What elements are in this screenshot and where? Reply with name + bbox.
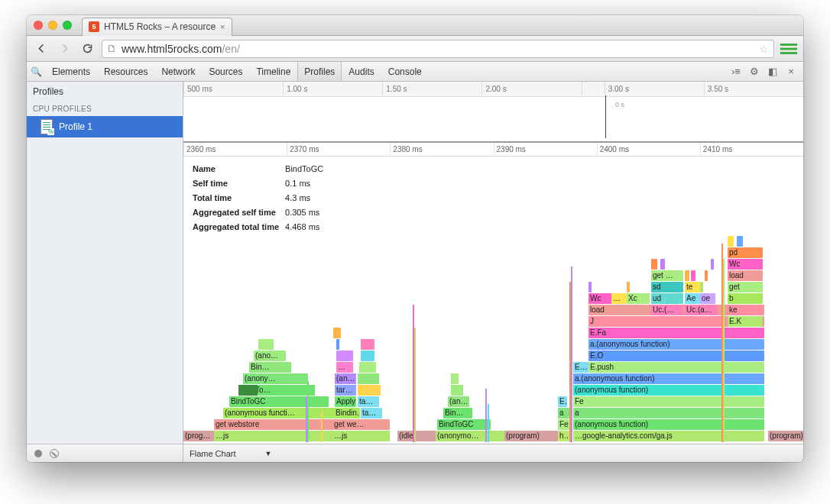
flame-bar[interactable]: (idle) bbox=[397, 431, 436, 441]
flame-bar[interactable]: (anonymous function) bbox=[573, 419, 764, 430]
flame-bar[interactable]: a bbox=[573, 408, 764, 418]
devtools-close-icon[interactable]: × bbox=[785, 66, 797, 77]
minimize-window-button[interactable] bbox=[48, 21, 57, 30]
flame-bar[interactable]: (program) bbox=[768, 431, 803, 441]
flame-bar[interactable]: load bbox=[728, 270, 763, 281]
flame-bar[interactable]: E… bbox=[573, 362, 588, 373]
devtools-tab-resources[interactable]: Resources bbox=[97, 62, 154, 81]
flame-bar[interactable]: a.(anonymous function) bbox=[588, 339, 764, 350]
flame-bar[interactable]: (an… bbox=[448, 396, 469, 407]
close-window-button[interactable] bbox=[34, 21, 43, 30]
flame-bar[interactable] bbox=[711, 259, 714, 270]
flame-bar[interactable] bbox=[737, 236, 743, 247]
flame-bar[interactable] bbox=[333, 328, 341, 338]
devtools-search-icon[interactable]: 🔍 bbox=[27, 66, 45, 77]
flame-bar[interactable] bbox=[651, 259, 657, 270]
flame-bar[interactable]: Fe bbox=[558, 419, 569, 430]
flame-bar[interactable]: a bbox=[558, 408, 569, 418]
flame-bar[interactable]: Wc bbox=[588, 293, 611, 304]
flame-bar[interactable] bbox=[336, 351, 353, 361]
flame-bar[interactable]: (anonymous function) bbox=[573, 385, 764, 396]
back-button[interactable] bbox=[33, 40, 50, 57]
flame-bar[interactable]: b bbox=[728, 293, 763, 304]
flame-bar[interactable]: Bin… bbox=[249, 362, 291, 373]
flame-bar[interactable] bbox=[728, 236, 734, 247]
clear-profiles-icon[interactable] bbox=[50, 449, 59, 458]
flame-bar[interactable] bbox=[336, 339, 339, 350]
browser-tab[interactable]: 5 HTML5 Rocks – A resource × bbox=[82, 18, 232, 36]
chrome-menu-button[interactable] bbox=[780, 40, 797, 57]
devtools-tab-network[interactable]: Network bbox=[154, 62, 202, 81]
flame-bar[interactable]: BindToGC bbox=[437, 419, 491, 430]
flame-bar[interactable] bbox=[705, 270, 708, 281]
flame-bar[interactable]: oe bbox=[700, 293, 715, 304]
flame-bar[interactable]: (anonymo… bbox=[436, 431, 504, 441]
sidebar-item-profile-1[interactable]: % Profile 1 bbox=[27, 116, 183, 137]
flame-bar[interactable]: (an… bbox=[335, 373, 356, 384]
zoom-window-button[interactable] bbox=[63, 21, 72, 30]
flame-bar[interactable]: E.push bbox=[588, 362, 764, 373]
flame-bar[interactable] bbox=[660, 259, 665, 270]
flame-bar[interactable]: E.O bbox=[588, 351, 764, 361]
flame-bar[interactable] bbox=[358, 385, 381, 396]
flame-chart[interactable]: NameBindToGCSelf time0.1 msTotal time4.3… bbox=[183, 157, 803, 444]
overview-ruler[interactable]: 500 ms1.00 s1.50 s2.00 s3.00 s3.50 s bbox=[183, 82, 803, 97]
tab-close-icon[interactable]: × bbox=[220, 22, 225, 31]
flame-bar[interactable] bbox=[238, 385, 258, 396]
record-button-icon[interactable] bbox=[34, 450, 42, 457]
bookmark-star-icon[interactable]: ☆ bbox=[759, 43, 769, 55]
flame-bar[interactable]: (anony… bbox=[243, 373, 308, 384]
devtools-tab-audits[interactable]: Audits bbox=[342, 62, 381, 81]
flame-bar[interactable]: Xc bbox=[627, 293, 650, 304]
flame-bar[interactable]: a.(anonymous function) bbox=[573, 373, 764, 384]
flame-bar[interactable] bbox=[359, 362, 376, 373]
devtools-tab-elements[interactable]: Elements bbox=[45, 62, 97, 81]
flame-bar[interactable] bbox=[451, 385, 463, 396]
flame-bar[interactable]: Uc.(… bbox=[651, 305, 683, 315]
flame-bar[interactable] bbox=[258, 339, 274, 350]
view-mode-selector[interactable]: Flame Chart ▼ bbox=[183, 449, 803, 458]
flame-bar[interactable]: Bindin… bbox=[334, 408, 360, 418]
flame-bar[interactable]: Ae bbox=[685, 293, 700, 304]
flame-bar[interactable]: ke bbox=[728, 305, 763, 315]
flame-bar[interactable] bbox=[588, 282, 592, 292]
devtools-tab-sources[interactable]: Sources bbox=[202, 62, 249, 81]
flame-bar[interactable]: …js bbox=[332, 431, 382, 441]
flame-bar[interactable]: Apply bbox=[335, 396, 356, 407]
forward-button[interactable] bbox=[56, 40, 73, 57]
flame-bar[interactable]: …google-analytics.com/ga.js bbox=[573, 431, 764, 441]
flame-bar[interactable]: h… bbox=[558, 431, 569, 441]
flame-bar[interactable]: Bin… bbox=[443, 408, 472, 418]
flame-bar[interactable] bbox=[358, 373, 379, 384]
flame-bar[interactable]: sd bbox=[651, 282, 683, 292]
flame-bar[interactable]: Wc bbox=[728, 259, 763, 270]
flame-bar[interactable] bbox=[451, 373, 459, 384]
flame-bar[interactable] bbox=[685, 270, 689, 281]
settings-gear-icon[interactable]: ⚙ bbox=[748, 66, 760, 77]
flame-bar[interactable]: ta… bbox=[361, 408, 382, 418]
flame-bar[interactable]: E… bbox=[558, 396, 567, 407]
console-toggle-icon[interactable]: ›≡ bbox=[730, 66, 742, 77]
flame-bar[interactable]: te bbox=[685, 282, 700, 292]
flame-bar[interactable]: Fe bbox=[573, 396, 764, 407]
flame-bar[interactable] bbox=[691, 270, 695, 281]
flame-bar[interactable]: … bbox=[611, 293, 627, 304]
flame-bar[interactable]: get … bbox=[651, 270, 683, 281]
flame-bar[interactable]: (program) bbox=[504, 431, 558, 441]
flame-bar[interactable] bbox=[700, 282, 703, 292]
flame-bar[interactable]: get we… bbox=[332, 419, 382, 430]
flame-bar[interactable] bbox=[627, 282, 630, 292]
flame-bar[interactable]: E.K bbox=[728, 316, 763, 327]
detail-ruler[interactable]: 2360 ms2370 ms2380 ms2390 ms2400 ms2410 … bbox=[183, 143, 803, 157]
flame-bar[interactable]: (prog… bbox=[183, 431, 214, 441]
flame-bar[interactable]: Uc.(a… bbox=[685, 305, 717, 315]
flame-bar[interactable]: ta… bbox=[358, 396, 379, 407]
flame-bar[interactable]: tar… bbox=[335, 385, 356, 396]
devtools-tab-timeline[interactable]: Timeline bbox=[249, 62, 297, 81]
address-bar[interactable]: 🗋 www.html5rocks.com/en/ ☆ bbox=[102, 40, 774, 58]
flame-bar[interactable]: BindToGC bbox=[229, 396, 329, 407]
flame-bar[interactable] bbox=[361, 351, 374, 361]
overview-strip[interactable]: . 0 s bbox=[183, 97, 803, 143]
reload-button[interactable] bbox=[79, 40, 96, 57]
devtools-tab-console[interactable]: Console bbox=[381, 62, 429, 81]
